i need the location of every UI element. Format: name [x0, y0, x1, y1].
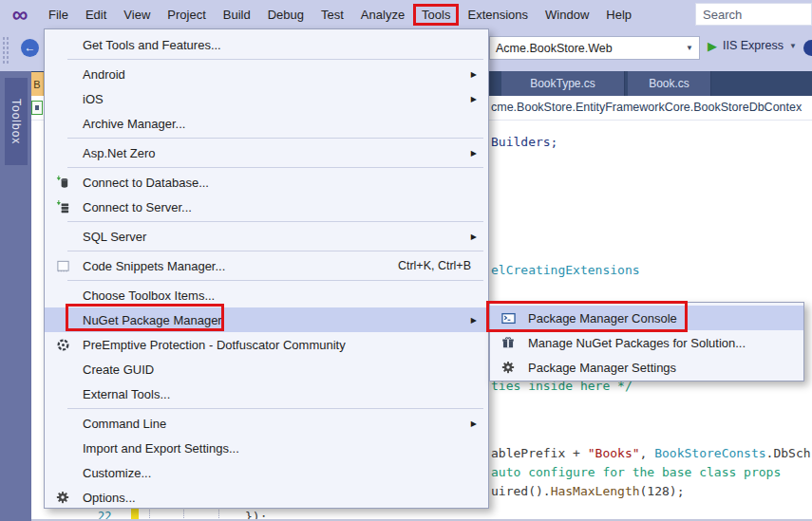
active-document-tab[interactable]: B	[31, 72, 44, 96]
startup-project-dropdown[interactable]: Acme.BookStore.Web ▼	[489, 36, 700, 60]
menu-item-external-tools[interactable]: External Tools...	[45, 381, 488, 406]
document-tab-booktype-cs[interactable]: BookType.cs	[501, 71, 625, 96]
navigate-back-button[interactable]: ←	[21, 39, 39, 57]
toolbar-circle-icon[interactable]	[803, 40, 812, 56]
menu-item-label: Import and Export Settings...	[83, 441, 239, 456]
menu-item-label: Customize...	[83, 466, 151, 480]
menu-item-command-line[interactable]: Command Line▶	[45, 411, 488, 436]
menu-item-label: iOS	[83, 92, 104, 106]
menubar-item-view[interactable]: View	[115, 4, 159, 26]
dotfuscator-icon	[51, 332, 74, 357]
code-token: uired().	[491, 484, 551, 498]
menubar-item-window[interactable]: Window	[537, 4, 597, 26]
menubar-item-test[interactable]: Test	[312, 4, 352, 26]
menu-item-label: PreEmptive Protection - Dotfuscator Comm…	[83, 338, 346, 352]
menu-item-label: Choose Toolbox Items...	[83, 288, 215, 303]
visual-studio-window: 22 }); Builders;elCreatingExtensionsties…	[0, 0, 812, 521]
no-icon	[51, 411, 74, 436]
menu-item-label: Create GUID	[83, 363, 154, 377]
menubar-item-build[interactable]: Build	[215, 4, 259, 26]
code-token: BookStoreConsts	[654, 446, 765, 460]
menu-item-archive-manager[interactable]: Archive Manager...	[45, 111, 488, 136]
menu-item-manage-nuget-packages-for-solution[interactable]: Manage NuGet Packages for Solution...	[490, 330, 803, 355]
code-token: .DbSch	[766, 446, 811, 460]
code-token: ablePrefix +	[491, 446, 588, 460]
menu-item-label: Asp.Net Zero	[83, 146, 156, 160]
menubar-item-project[interactable]: Project	[159, 4, 214, 26]
no-icon	[51, 111, 74, 136]
submenu-arrow-icon: ▶	[471, 419, 481, 428]
menu-item-choose-toolbox-items[interactable]: Choose Toolbox Items...	[45, 283, 488, 307]
run-button[interactable]: ▶ IIS Express ▼	[708, 39, 797, 52]
menubar-item-file[interactable]: File	[40, 4, 77, 26]
menu-item-customize[interactable]: Customize...	[45, 460, 488, 485]
startup-project-value: Acme.BookStore.Web	[496, 42, 613, 55]
submenu-arrow-icon: ▶	[471, 95, 481, 103]
breadcrumb-text[interactable]: cme.BookStore.EntityFrameworkCore.BookSt…	[491, 101, 802, 114]
menubar-item-analyze[interactable]: Analyze	[352, 4, 413, 26]
menu-item-sql-server[interactable]: SQL Server▶	[45, 224, 488, 249]
menu-item-options[interactable]: Options...	[45, 485, 488, 509]
package-icon	[497, 330, 519, 355]
menu-item-label: Manage NuGet Packages for Solution...	[528, 336, 746, 350]
menu-item-nuget-package-manager[interactable]: NuGet Package Manager▶	[45, 307, 488, 332]
code-token: ,	[640, 446, 655, 460]
no-icon	[51, 460, 74, 485]
toolbox-panel-strip: Toolbox	[0, 68, 31, 521]
code-line: Builders;	[491, 135, 557, 149]
shortcut-label: Ctrl+K, Ctrl+B	[398, 259, 481, 272]
nuget-submenu-popup: Package Manager ConsoleManage NuGet Pack…	[489, 302, 804, 381]
submenu-arrow-icon: ▶	[471, 70, 481, 79]
menu-item-label: Code Snippets Manager...	[83, 259, 225, 273]
gear-icon	[51, 485, 74, 509]
connect-server-icon	[51, 195, 74, 219]
no-icon	[51, 436, 74, 460]
menu-item-package-manager-console[interactable]: Package Manager Console	[490, 306, 803, 330]
document-tab-book-cs[interactable]: Book.cs	[628, 71, 711, 96]
menubar-item-extensions[interactable]: Extensions	[459, 4, 537, 26]
chevron-down-icon: ▼	[789, 42, 797, 50]
menu-item-label: Connect to Database...	[83, 176, 209, 190]
menu-item-label: Options...	[83, 491, 136, 505]
menubar-item-help[interactable]: Help	[597, 4, 640, 26]
class-icon	[31, 101, 43, 115]
menubar-item-edit[interactable]: Edit	[77, 4, 115, 26]
toolbar-grip[interactable]	[2, 36, 9, 65]
menu-item-get-tools-and-features[interactable]: Get Tools and Features...	[45, 32, 488, 57]
menubar-item-tools[interactable]: Tools	[413, 4, 459, 26]
menu-item-android[interactable]: Android▶	[45, 62, 488, 86]
menu-item-label: NuGet Package Manager	[83, 313, 222, 327]
console-icon	[497, 306, 519, 330]
code-token: Builders;	[491, 135, 557, 149]
menu-item-preemptive-protection-dotfuscator-community[interactable]: PreEmptive Protection - Dotfuscator Comm…	[45, 332, 488, 357]
code-token: (128);	[640, 484, 685, 498]
menu-item-label: Android	[83, 67, 125, 82]
code-token: elCreatingExtensions	[491, 263, 640, 277]
play-icon: ▶	[708, 40, 717, 52]
no-icon	[51, 357, 74, 381]
code-token: HasMaxLength	[551, 484, 640, 498]
menu-item-create-guid[interactable]: Create GUID	[45, 357, 488, 381]
chevron-down-icon: ▼	[686, 44, 693, 52]
no-icon	[51, 86, 74, 111]
code-line: uired().HasMaxLength(128);	[491, 484, 685, 498]
menu-item-package-manager-settings[interactable]: Package Manager Settings	[490, 355, 803, 380]
code-snippets-icon	[51, 253, 74, 278]
menu-item-connect-to-database[interactable]: Connect to Database...	[45, 170, 488, 195]
no-icon	[51, 283, 74, 307]
menu-item-ios[interactable]: iOS▶	[45, 86, 488, 111]
menu-item-import-and-export-settings[interactable]: Import and Export Settings...	[45, 436, 488, 460]
menu-item-code-snippets-manager[interactable]: Code Snippets Manager...Ctrl+K, Ctrl+B	[45, 253, 488, 278]
run-button-label: IIS Express	[723, 39, 784, 52]
connect-database-icon	[51, 170, 74, 195]
no-icon	[51, 307, 74, 332]
menu-item-label: Get Tools and Features...	[83, 38, 221, 52]
menu-item-asp-net-zero[interactable]: Asp.Net Zero▶	[45, 140, 488, 165]
toolbox-tab[interactable]: Toolbox	[5, 78, 28, 165]
menu-item-connect-to-server[interactable]: Connect to Server...	[45, 195, 488, 219]
code-line: ablePrefix + "Books", BookStoreConsts.Db…	[491, 446, 811, 460]
search-input[interactable]	[695, 3, 812, 26]
menubar-item-debug[interactable]: Debug	[259, 4, 312, 26]
code-line: auto configure for the base class props	[491, 465, 781, 479]
menu-item-label: Package Manager Console	[528, 311, 677, 326]
